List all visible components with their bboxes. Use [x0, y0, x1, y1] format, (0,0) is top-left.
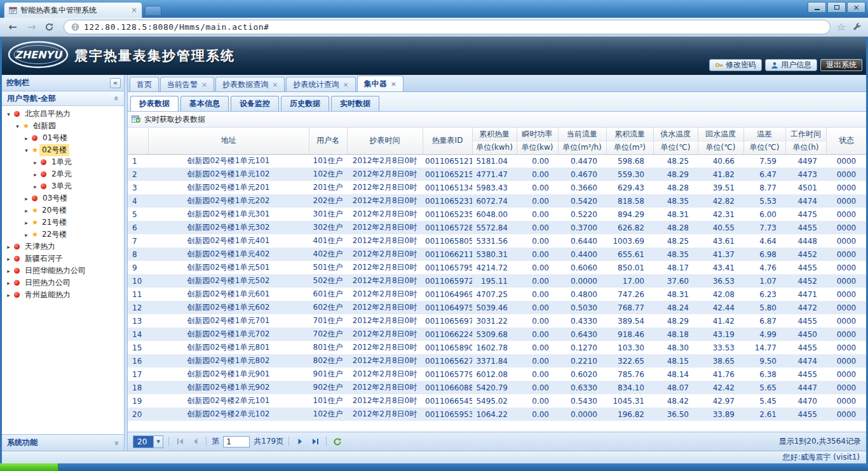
restore-button[interactable] [827, 2, 846, 13]
minimize-button[interactable] [808, 2, 826, 13]
next-page-button[interactable] [294, 436, 306, 448]
collapse-sidebar-button[interactable]: « [110, 78, 121, 88]
collapsed-arrow-icon[interactable]: ▸ [4, 256, 13, 262]
column-header[interactable]: 当前流量 [558, 128, 606, 141]
table-row[interactable]: 7创新园02号楼1单元401401住户2012年2月8日0时0011065805… [128, 234, 866, 248]
collapsed-arrow-icon[interactable]: ▸ [4, 280, 13, 286]
first-page-button[interactable] [174, 436, 186, 448]
subtab-1[interactable]: 基本信息 [180, 96, 229, 111]
reload-button[interactable] [44, 22, 57, 32]
tab-close-icon[interactable]: × [201, 81, 207, 89]
page-number-input[interactable] [223, 436, 250, 448]
table-row[interactable]: 8创新园02号楼1单元402402住户2012年2月8日0时0011066211… [128, 248, 866, 261]
table-row[interactable]: 13创新园02号楼1单元701701住户2012年2月8日0时001106569… [128, 314, 866, 328]
table-row[interactable]: 6创新园02号楼1单元302302住户2012年2月8日0时0011065728… [128, 221, 866, 234]
table-row[interactable]: 16创新园02号楼1单元802802住户2012年2月8日0时001106562… [128, 354, 866, 368]
close-button[interactable]: × [847, 2, 865, 13]
column-header[interactable]: 累积热量 [472, 128, 517, 141]
column-header[interactable]: 抄表时间 [347, 128, 423, 154]
logout-button[interactable]: 退出系统 [820, 59, 862, 71]
page-size-select[interactable]: 20 ▼ [133, 435, 163, 448]
table-row[interactable]: 9创新园02号楼1单元501501住户2012年2月8日0时0011065795… [128, 261, 866, 274]
subtab-3[interactable]: 历史数据 [281, 96, 329, 111]
chevron-up-icon[interactable]: « [112, 96, 121, 101]
system-functions-bar[interactable]: 系统功能 « [2, 434, 124, 451]
main-tab-4[interactable]: 集中器× [357, 76, 403, 91]
table-row[interactable]: 4创新园02号楼1单元202202住户2012年2月8日0时0011065231… [128, 194, 866, 208]
subtab-4[interactable]: 实时数据 [331, 96, 379, 111]
last-page-button[interactable] [309, 436, 321, 448]
main-tab-2[interactable]: 抄表数据查询× [215, 77, 285, 91]
collapsed-arrow-icon[interactable]: ▸ [4, 244, 13, 250]
tree-item[interactable]: ▸03号楼 [2, 192, 124, 204]
change-password-button[interactable]: 修改密码 [709, 59, 762, 71]
tab-close-icon[interactable]: × [342, 81, 348, 89]
expanded-arrow-icon[interactable]: ▾ [13, 123, 22, 129]
forward-button[interactable]: → [25, 22, 38, 32]
table-row[interactable]: 17创新园02号楼1单元901901住户2012年2月8日0时001106577… [128, 368, 866, 381]
refresh-button[interactable] [332, 436, 343, 448]
collapsed-arrow-icon[interactable]: ▸ [4, 268, 13, 274]
table-row[interactable]: 11创新园02号楼1单元601601住户2012年2月8日0时001106496… [128, 288, 866, 301]
column-header[interactable]: 瞬时功率 [517, 128, 558, 141]
tree-item[interactable]: ▸★20号楼 [2, 204, 124, 216]
tree-item[interactable]: ▸1单元 [2, 156, 124, 168]
collapsed-arrow-icon[interactable]: ▸ [4, 292, 13, 298]
table-row[interactable]: 2创新园02号楼1单元102102住户2012年2月8日0时0011065215… [128, 168, 866, 181]
column-header[interactable]: 用户名 [309, 128, 347, 154]
tree-item[interactable]: ▸3单元 [2, 180, 124, 192]
tree-item[interactable]: ▸日照热力公司 [2, 277, 124, 289]
column-header[interactable]: 累积流量 [606, 128, 653, 141]
collapsed-arrow-icon[interactable]: ▸ [22, 135, 31, 142]
column-header[interactable]: 热量表ID [423, 128, 472, 154]
expanded-arrow-icon[interactable]: ▾ [22, 147, 31, 154]
wrench-menu-icon[interactable] [852, 22, 862, 32]
chevron-down-icon[interactable]: « [112, 441, 121, 446]
subtab-0[interactable]: 抄表数据 [130, 96, 179, 111]
address-bar[interactable]: 122.80.128.5:8080/Hmms/main.action# [64, 20, 831, 34]
tree-item[interactable]: ▸青州益能热力 [2, 289, 124, 301]
table-row[interactable]: 15创新园02号楼1单元801801住户2012年2月8日0时001106589… [128, 341, 866, 354]
new-tab-button[interactable] [145, 6, 161, 16]
tree-item[interactable]: ▸★21号楼 [2, 216, 124, 229]
collapsed-arrow-icon[interactable]: ▸ [22, 196, 31, 202]
table-row[interactable]: 19创新园02号楼2单元101101住户2012年2月8日0时001106654… [128, 394, 866, 408]
tree-item[interactable]: ▸★22号楼 [2, 229, 124, 241]
table-row[interactable]: 20创新园02号楼2单元102102住户2012年2月8日0时001106595… [128, 408, 866, 421]
tree-item[interactable]: ▾★02号楼 [2, 144, 124, 156]
column-header[interactable]: 供水温度 [653, 128, 698, 141]
collapsed-arrow-icon[interactable]: ▸ [31, 159, 39, 166]
row-number-header[interactable] [128, 128, 148, 154]
collapsed-arrow-icon[interactable]: ▸ [31, 171, 39, 178]
collapsed-arrow-icon[interactable]: ▸ [22, 232, 31, 238]
browser-tab-close-icon[interactable]: × [131, 6, 137, 15]
prev-page-button[interactable] [189, 436, 201, 448]
column-header[interactable]: 状态 [826, 128, 866, 154]
column-header[interactable]: 温差 [743, 128, 785, 141]
table-row[interactable]: 5创新园02号楼1单元301301住户2012年2月8日0时0011065235… [128, 208, 866, 221]
browser-tab[interactable]: 智能热表集中管理系统 × [4, 2, 142, 18]
expanded-arrow-icon[interactable]: ▾ [4, 111, 13, 117]
tree-item[interactable]: ▸01号楼 [2, 132, 124, 144]
nav-section-header[interactable]: 用户导航-全部 « [2, 91, 124, 106]
tree-item[interactable]: ▾★创新园 [2, 120, 124, 132]
refresh-data-link[interactable]: 实时获取抄表数据 [144, 114, 205, 125]
collapsed-arrow-icon[interactable]: ▸ [22, 208, 31, 214]
tab-close-icon[interactable]: × [272, 81, 278, 89]
tree-item[interactable]: ▸天津热力 [2, 241, 124, 253]
column-header[interactable]: 回水温度 [698, 128, 743, 141]
table-row[interactable]: 14创新园02号楼1单元702702住户2012年2月8日0时001106622… [128, 328, 866, 341]
user-info-button[interactable]: 用户信息 [765, 59, 817, 71]
collapsed-arrow-icon[interactable]: ▸ [22, 220, 31, 226]
tab-close-icon[interactable]: × [391, 80, 397, 88]
table-row[interactable]: 12创新园02号楼1单元602602住户2012年2月8日0时001106497… [128, 301, 866, 314]
tree-item[interactable]: ▸日照华能热力公司 [2, 265, 124, 277]
tree-item[interactable]: ▾北京昌平热力 [2, 108, 124, 120]
column-header[interactable]: 地址 [148, 128, 309, 154]
collapsed-arrow-icon[interactable]: ▸ [31, 183, 39, 190]
column-header[interactable]: 工作时间 [785, 128, 826, 141]
table-row[interactable]: 1创新园02号楼1单元101101住户2012年2月8日0时0011065121… [128, 154, 866, 168]
main-tab-0[interactable]: 首页 [130, 77, 159, 91]
table-row[interactable]: 18创新园02号楼1单元902902住户2012年2月8日0时001106608… [128, 381, 866, 394]
main-tab-1[interactable]: 当前告警× [160, 77, 214, 91]
